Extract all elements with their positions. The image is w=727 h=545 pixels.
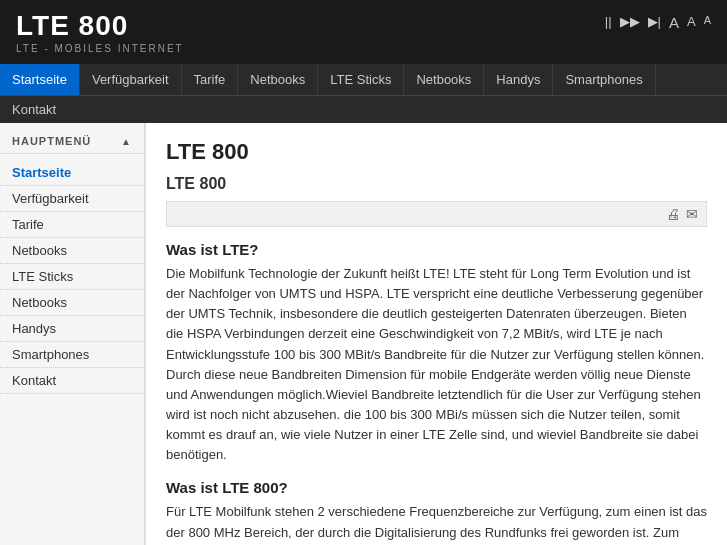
font-medium-icon[interactable]: A [687, 14, 696, 31]
sidebar-item-smartphones[interactable]: Smartphones [0, 342, 144, 368]
sidebar-item-handys[interactable]: Handys [0, 316, 144, 342]
navbar: Startseite Verfügbarkeit Tarife Netbooks… [0, 64, 727, 95]
pause-icon[interactable]: || [605, 14, 612, 31]
nav-item-startseite[interactable]: Startseite [0, 64, 80, 95]
toolbar-bar: 🖨 ✉ [166, 201, 707, 227]
site-subtitle: LTE - MOBILES INTERNET [16, 43, 711, 54]
section1-text: Die Mobilfunk Technologie der Zukunft he… [166, 264, 707, 465]
sidebar-title: HAUPTMENÜ ▲ [0, 135, 144, 154]
section2-heading: Was ist LTE 800? [166, 479, 707, 496]
content-title: LTE 800 [166, 139, 707, 165]
forward-icon[interactable]: ▶▶ [620, 14, 640, 31]
sidebar: HAUPTMENÜ ▲ Startseite Verfügbarkeit Tar… [0, 123, 145, 545]
sidebar-item-tarife[interactable]: Tarife [0, 212, 144, 238]
font-large-icon[interactable]: A [669, 14, 679, 31]
sidebar-item-ltesticks[interactable]: LTE Sticks [0, 264, 144, 290]
content-area: LTE 800 LTE 800 🖨 ✉ Was ist LTE? Die Mob… [145, 123, 727, 545]
sidebar-item-kontakt[interactable]: Kontakt [0, 368, 144, 394]
print-icon[interactable]: 🖨 [666, 206, 680, 222]
font-small-icon[interactable]: A [704, 14, 711, 31]
nav-item-tarife[interactable]: Tarife [182, 64, 239, 95]
header-controls: || ▶▶ ▶| A A A [605, 14, 711, 31]
sidebar-collapse-icon[interactable]: ▲ [121, 136, 132, 147]
sidebar-item-verfugbarkeit[interactable]: Verfügbarkeit [0, 186, 144, 212]
content-subtitle: LTE 800 [166, 175, 707, 193]
sidebar-item-netbooks1[interactable]: Netbooks [0, 238, 144, 264]
skip-icon[interactable]: ▶| [648, 14, 661, 31]
section1-heading: Was ist LTE? [166, 241, 707, 258]
main-layout: HAUPTMENÜ ▲ Startseite Verfügbarkeit Tar… [0, 123, 727, 545]
nav-item-netbooks2[interactable]: Netbooks [404, 64, 484, 95]
sidebar-item-startseite[interactable]: Startseite [0, 160, 144, 186]
email-icon[interactable]: ✉ [686, 206, 698, 222]
nav-item-handys[interactable]: Handys [484, 64, 553, 95]
nav-item-smartphones[interactable]: Smartphones [553, 64, 655, 95]
nav-item-verfugbarkeit[interactable]: Verfügbarkeit [80, 64, 182, 95]
nav-item2-kontakt[interactable]: Kontakt [0, 96, 68, 123]
sidebar-item-netbooks2[interactable]: Netbooks [0, 290, 144, 316]
nav-item-netbooks1[interactable]: Netbooks [238, 64, 318, 95]
navbar2: Kontakt [0, 95, 727, 123]
section2-text: Für LTE Mobilfunk stehen 2 verschiedene … [166, 502, 707, 545]
nav-item-ltesticks[interactable]: LTE Sticks [318, 64, 404, 95]
